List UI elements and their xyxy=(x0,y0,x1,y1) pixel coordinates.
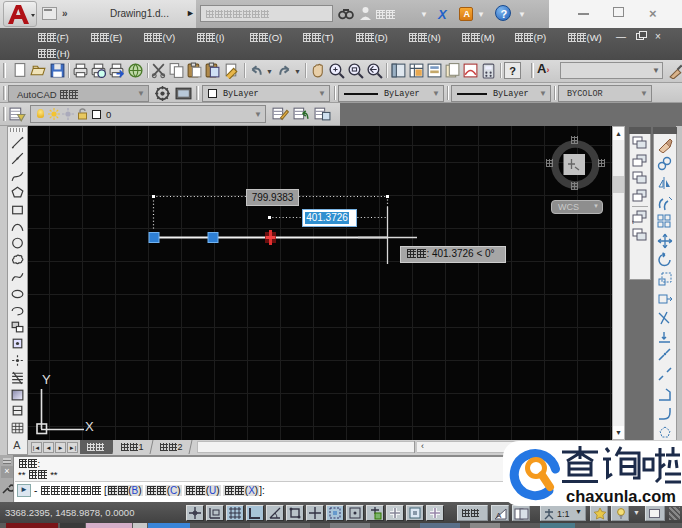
svg-text:A: A xyxy=(13,439,21,451)
svg-text:A: A xyxy=(496,511,502,520)
svg-text:Y: Y xyxy=(42,372,51,387)
svg-text:X: X xyxy=(85,419,94,434)
